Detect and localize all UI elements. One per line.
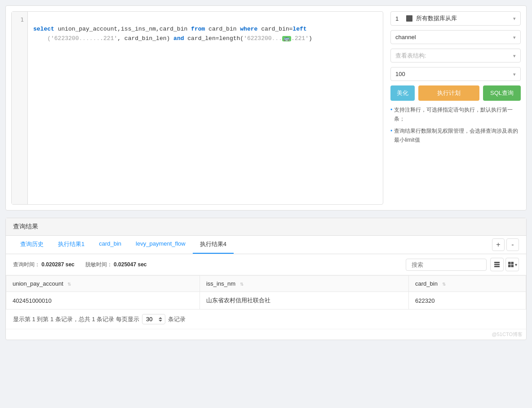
action-buttons: 美化 执行计划 SQL查询 — [390, 85, 521, 101]
tab-query-history[interactable]: 查询历史 — [13, 236, 51, 254]
hint-bullet-2: • — [390, 126, 392, 145]
cell-card-bin: 622320 — [409, 292, 526, 309]
db-label: 所有数据库从库 — [416, 14, 510, 22]
watermark: @51CTO博客 — [6, 329, 526, 340]
add-tab-button[interactable]: + — [492, 238, 505, 251]
limit-select[interactable]: 100 200 500 1000 — [391, 67, 520, 81]
tab-actions: + - — [492, 238, 519, 251]
desensitize-time-value: 0.025047 sec — [114, 261, 146, 268]
tab-result-4[interactable]: 执行结果4 — [193, 236, 234, 254]
db-num: 1 — [395, 15, 403, 22]
cell-iss-ins-nm: 山东省农村信用社联合社 — [200, 292, 408, 309]
svg-rect-1 — [494, 264, 500, 265]
svg-rect-4 — [511, 262, 514, 265]
desensitize-time-meta: 脱敏时间： 0.025047 sec — [85, 261, 147, 269]
channel-select[interactable]: channel — [391, 31, 520, 44]
hint-bullet-1: • — [390, 105, 392, 124]
results-section: 查询结果 查询历史 执行结果1 card_bin levy_payment_fl… — [5, 218, 527, 340]
channel-selector[interactable]: channel — [390, 30, 521, 44]
grid-dropdown-arrow: ▾ — [515, 262, 517, 267]
results-meta-row: 查询时间： 0.020287 sec 脱敏时间： 0.025047 sec — [6, 254, 526, 275]
sort-arrows-0[interactable]: ⇅ — [67, 282, 71, 287]
pagination-row: 显示第 1 到第 1 条记录，总共 1 条记录 每页显示 30 50 100 条… — [6, 309, 526, 329]
grid-view-icon — [508, 261, 514, 268]
grid-view-button[interactable]: ▾ — [505, 258, 519, 271]
page-size-select[interactable]: 30 50 100 — [142, 314, 165, 324]
query-time-label: 查询时间： — [13, 261, 40, 268]
tabs-row: 查询历史 执行结果1 card_bin levy_payment_flow 执行… — [6, 236, 526, 254]
sort-arrows-2[interactable]: ⇅ — [442, 282, 446, 287]
table-view-icon — [494, 261, 500, 268]
table-structure-selector[interactable]: 查看表结构: — [390, 49, 521, 63]
hint-text-1: 支持注释行，可选择指定语句执行，默认执行第一条； — [394, 105, 521, 124]
tab-result-1[interactable]: 执行结果1 — [51, 236, 92, 254]
search-area: ▾ — [406, 258, 519, 271]
results-header: 查询结果 — [6, 218, 526, 236]
query-time-meta: 查询时间： 0.020287 sec — [13, 261, 75, 269]
table-row: 402451000010 山东省农村信用社联合社 622320 — [6, 292, 526, 309]
query-time-value: 0.020287 sec — [41, 261, 74, 268]
col-header-iss-ins-nm: iss_ins_nm ⇅ — [200, 276, 408, 292]
data-table: union_pay_account ⇅ iss_ins_nm ⇅ card_bi… — [6, 275, 526, 309]
tab-levy-payment-flow[interactable]: levy_payment_flow — [129, 236, 193, 254]
sort-arrows-1[interactable]: ⇅ — [240, 282, 244, 287]
code-content[interactable]: select union_pay_account,iss_ins_nm,card… — [28, 12, 383, 204]
svg-rect-6 — [511, 265, 514, 268]
db-icon — [406, 15, 412, 22]
table-view-button[interactable] — [490, 258, 504, 271]
svg-rect-0 — [494, 262, 500, 263]
code-editor[interactable]: 1 select union_pay_account,iss_ins_nm,ca… — [11, 11, 383, 205]
beautify-button[interactable]: 美化 — [390, 85, 415, 101]
tab-card-bin[interactable]: card_bin — [92, 236, 129, 254]
line-numbers: 1 — [12, 12, 28, 204]
db-dropdown-arrow: ▾ — [513, 16, 516, 22]
svg-rect-2 — [494, 266, 500, 267]
sql-query-button[interactable]: SQL查询 — [483, 85, 521, 101]
col-header-union-pay-account: union_pay_account ⇅ — [6, 276, 200, 292]
col-header-card-bin: card_bin ⇅ — [409, 276, 526, 292]
hint-text-2: 查询结果行数限制见权限管理，会选择查询涉及表的最小limit值 — [394, 126, 521, 145]
pagination-text-after: 条记录 — [168, 315, 186, 323]
table-wrapper: union_pay_account ⇅ iss_ins_nm ⇅ card_bi… — [6, 275, 526, 309]
hints: • 支持注释行，可选择指定语句执行，默认执行第一条； • 查询结果行数限制见权限… — [390, 105, 521, 145]
desensitize-time-label: 脱敏时间： — [85, 261, 112, 268]
editor-section: 1 select union_pay_account,iss_ins_nm,ca… — [5, 5, 527, 211]
tabs-list: 查询历史 执行结果1 card_bin levy_payment_flow 执行… — [13, 236, 492, 254]
execute-plan-button[interactable]: 执行计划 — [418, 85, 479, 101]
table-header-row: union_pay_account ⇅ iss_ins_nm ⇅ card_bi… — [6, 276, 526, 292]
svg-rect-5 — [508, 265, 511, 268]
view-btn-group: ▾ — [490, 258, 519, 271]
db-selector[interactable]: 1 所有数据库从库 ▾ — [390, 11, 521, 26]
results-title: 查询结果 — [13, 223, 38, 230]
limit-selector[interactable]: 100 200 500 1000 — [390, 67, 521, 81]
remove-tab-button[interactable]: - — [506, 238, 519, 251]
pagination-text-before: 显示第 1 到第 1 条记录，总共 1 条记录 每页显示 — [13, 315, 139, 323]
table-structure-select[interactable]: 查看表结构: — [391, 49, 520, 62]
cell-union-pay-account: 402451000010 — [6, 292, 200, 309]
svg-rect-3 — [508, 262, 511, 265]
right-panel: 1 所有数据库从库 ▾ channel 查看表结构: 100 — [390, 11, 521, 205]
search-input[interactable] — [406, 259, 487, 271]
